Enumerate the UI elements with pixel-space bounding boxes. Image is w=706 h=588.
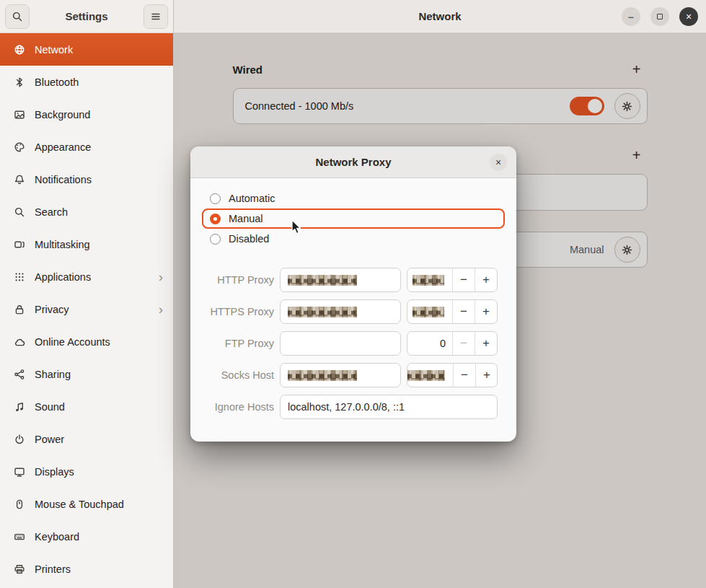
mouse-icon — [14, 499, 25, 510]
sidebar-item-label: Printers — [35, 563, 71, 575]
proxy-option-automatic[interactable]: Automatic — [202, 188, 505, 209]
sidebar-item-label: Mouse & Touchpad — [35, 499, 124, 510]
multitasking-windows-icon — [14, 239, 25, 250]
chevron-right-icon: › — [159, 302, 163, 316]
sidebar-item-keyboard[interactable]: Keyboard — [0, 520, 173, 553]
radio-label: Automatic — [229, 193, 275, 204]
sidebar-item-background[interactable]: Background — [0, 98, 173, 131]
minus-icon: − — [461, 368, 468, 382]
sidebar-item-privacy[interactable]: Privacy › — [0, 293, 173, 325]
wired-settings-button[interactable] — [614, 93, 640, 119]
sidebar-item-label: Bluetooth — [35, 76, 79, 88]
sidebar-item-appearance[interactable]: Appearance — [0, 131, 173, 163]
toggle-knob — [588, 99, 602, 113]
plus-icon: + — [483, 368, 490, 382]
redacted-text — [412, 275, 444, 286]
sidebar-item-label: Applications — [35, 271, 91, 283]
https-proxy-input[interactable] — [280, 299, 401, 324]
gear-icon — [621, 244, 633, 256]
decrement-button[interactable]: − — [453, 364, 475, 387]
proxy-option-disabled[interactable]: Disabled — [202, 229, 505, 249]
menu-button[interactable] — [144, 4, 168, 29]
proxy-option-manual[interactable]: Manual — [202, 209, 505, 229]
printer-icon — [14, 563, 25, 575]
radio-checked-icon — [210, 214, 221, 224]
increment-button[interactable]: + — [475, 268, 497, 291]
dialog-close-button[interactable]: × — [490, 154, 507, 171]
spinner-value — [407, 300, 452, 323]
ftp-proxy-input[interactable] — [280, 331, 401, 356]
proxy-settings-button[interactable] — [614, 237, 640, 263]
display-monitor-icon — [14, 466, 25, 478]
increment-button[interactable]: + — [475, 332, 497, 355]
plus-icon: + — [482, 273, 490, 287]
increment-button[interactable]: + — [475, 364, 498, 387]
socks-port-spinner[interactable]: − + — [407, 363, 498, 387]
lock-icon — [14, 304, 25, 315]
redacted-text — [288, 370, 357, 381]
sidebar-item-online-accounts[interactable]: Online Accounts — [0, 325, 173, 358]
add-vpn-button[interactable]: + — [626, 144, 648, 166]
sidebar-item-printers[interactable]: Printers — [0, 553, 173, 585]
field-label: Socks Host — [202, 369, 274, 381]
dialog-title: Network Proxy — [315, 156, 391, 168]
page-title: Network — [418, 10, 461, 22]
decrement-button[interactable]: − — [452, 332, 475, 355]
ignore-hosts-input[interactable]: localhost, 127.0.0.0/8, ::1 — [280, 395, 498, 419]
sidebar-item-label: Sound — [35, 401, 65, 413]
sidebar-item-label: Power — [35, 434, 64, 445]
https-proxy-row: HTTPS Proxy − + — [202, 299, 505, 324]
maximize-button[interactable] — [650, 7, 669, 26]
minimize-button[interactable]: − — [622, 7, 640, 26]
sidebar-item-bluetooth[interactable]: Bluetooth — [0, 66, 173, 98]
close-icon: × — [495, 157, 501, 168]
close-icon: × — [686, 11, 692, 22]
http-proxy-row: HTTP Proxy − + — [202, 268, 505, 292]
sidebar-item-multitasking[interactable]: Multitasking — [0, 228, 173, 260]
field-label: FTP Proxy — [202, 338, 274, 349]
search-button[interactable] — [5, 4, 30, 29]
bluetooth-icon — [14, 76, 25, 88]
sidebar-item-label: Network — [35, 44, 73, 56]
sidebar-item-label: Displays — [35, 466, 74, 478]
appearance-palette-icon — [14, 141, 25, 153]
search-icon — [12, 11, 23, 22]
network-proxy-dialog: Network Proxy × Automatic Manual Disable… — [190, 146, 516, 442]
minus-icon: − — [460, 273, 467, 287]
https-port-spinner[interactable]: − + — [407, 299, 498, 324]
sidebar-item-label: Keyboard — [35, 531, 79, 543]
background-image-icon — [14, 109, 25, 120]
http-proxy-input[interactable] — [280, 268, 401, 292]
sidebar-item-sound[interactable]: Sound — [0, 390, 173, 423]
power-icon — [14, 434, 25, 445]
ftp-port-spinner[interactable]: 0 − + — [407, 331, 498, 356]
http-port-spinner[interactable]: − + — [407, 268, 498, 292]
sidebar-item-power[interactable]: Power — [0, 423, 173, 455]
socks-host-input[interactable] — [280, 363, 401, 387]
wired-connection-row[interactable]: Connected - 1000 Mb/s — [233, 88, 648, 124]
sidebar-item-applications[interactable]: Applications › — [0, 260, 173, 293]
network-globe-icon — [14, 44, 25, 56]
window-controls: − × — [622, 7, 698, 26]
wired-toggle[interactable] — [570, 97, 604, 115]
main-headerbar: Network − × — [174, 0, 706, 33]
sidebar-item-displays[interactable]: Displays — [0, 455, 173, 488]
proxy-mode-value: Manual — [570, 244, 604, 255]
sidebar-item-network[interactable]: Network — [0, 33, 173, 66]
decrement-button[interactable]: − — [452, 300, 475, 323]
sidebar-item-mouse-touchpad[interactable]: Mouse & Touchpad — [0, 488, 173, 520]
sidebar-item-search[interactable]: Search — [0, 196, 173, 228]
magnifier-icon — [14, 206, 25, 218]
sidebar-item-label: Multitasking — [35, 239, 90, 250]
decrement-button[interactable]: − — [452, 268, 475, 291]
gear-icon — [621, 100, 633, 113]
chevron-right-icon: › — [159, 270, 163, 284]
close-button[interactable]: × — [679, 7, 698, 26]
increment-button[interactable]: + — [475, 300, 497, 323]
cloud-icon — [14, 336, 25, 348]
plus-icon: + — [632, 61, 641, 78]
plus-icon: + — [482, 336, 490, 351]
sidebar-item-notifications[interactable]: Notifications — [0, 163, 173, 196]
sidebar-item-sharing[interactable]: Sharing — [0, 358, 173, 390]
add-wired-button[interactable]: + — [626, 58, 648, 80]
